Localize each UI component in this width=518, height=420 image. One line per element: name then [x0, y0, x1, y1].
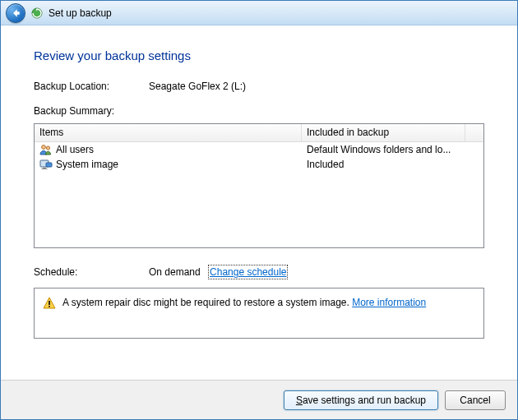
row-item-label: All users — [56, 144, 94, 155]
svg-rect-6 — [46, 163, 52, 167]
system-image-icon — [39, 158, 53, 171]
column-items[interactable]: Items — [35, 124, 302, 141]
backup-location-label: Backup Location: — [34, 81, 149, 92]
table-row[interactable]: System image Included — [35, 157, 483, 172]
backup-location-row: Backup Location: Seagate GoFlex 2 (L:) — [34, 81, 484, 92]
back-button[interactable] — [6, 3, 25, 23]
svg-rect-5 — [42, 168, 48, 169]
more-information-link[interactable]: More information — [352, 297, 426, 308]
backup-summary-label: Backup Summary: — [34, 105, 484, 117]
footer: Save settings and run backup Cancel — [1, 380, 517, 419]
summary-table: Items Included in backup All users Defau… — [34, 123, 484, 248]
change-schedule-link[interactable]: Change schedule — [210, 266, 286, 278]
column-spacer — [465, 124, 483, 141]
wizard-window: Set up backup Review your backup setting… — [0, 0, 518, 420]
notice-text: A system repair disc might be required t… — [62, 297, 426, 308]
backup-icon — [30, 7, 44, 20]
svg-rect-7 — [49, 301, 50, 305]
table-body: All users Default Windows folders and lo… — [35, 142, 483, 172]
window-title: Set up backup — [49, 7, 112, 19]
table-header: Items Included in backup — [35, 124, 483, 142]
backup-location-value: Seagate GoFlex 2 (L:) — [149, 81, 484, 92]
row-item-label: System image — [56, 159, 118, 170]
svg-point-2 — [46, 146, 49, 150]
cancel-button[interactable]: Cancel — [445, 390, 506, 410]
row-included-value: Included — [302, 159, 483, 170]
row-included-value: Default Windows folders and lo... — [302, 144, 483, 155]
schedule-row: Schedule: On demand Change schedule — [34, 266, 484, 278]
users-icon — [39, 143, 53, 156]
arrow-left-icon — [10, 7, 21, 19]
svg-rect-8 — [49, 306, 50, 307]
repair-disc-notice: A system repair disc might be required t… — [34, 288, 484, 339]
titlebar: Set up backup — [1, 1, 517, 25]
warning-icon — [43, 297, 56, 310]
save-and-run-button[interactable]: Save settings and run backup — [284, 390, 438, 410]
page-heading: Review your backup settings — [34, 48, 484, 62]
schedule-label: Schedule: — [34, 266, 149, 278]
svg-point-1 — [42, 145, 46, 150]
table-row[interactable]: All users Default Windows folders and lo… — [35, 142, 483, 157]
schedule-value: On demand — [149, 266, 201, 278]
column-included[interactable]: Included in backup — [302, 124, 465, 141]
content-area: Review your backup settings Backup Locat… — [1, 25, 517, 380]
